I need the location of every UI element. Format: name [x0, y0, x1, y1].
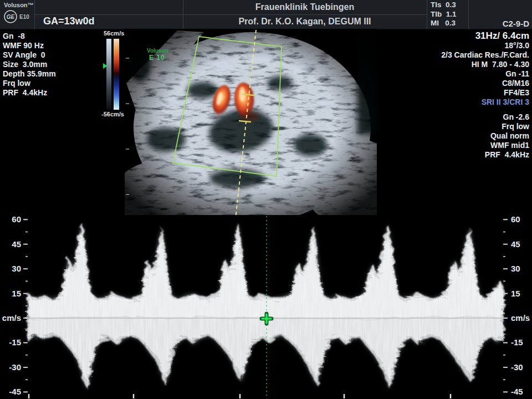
velocity-label-left: -45 [9, 387, 21, 396]
ultrasound-screen: Voluson™ GE E10 GA=13w0d Frauenklinik Tu… [0, 0, 532, 399]
divider [427, 0, 427, 29]
velocity-label-right: -45 [511, 387, 523, 396]
velocity-label-left: 30 [12, 264, 21, 273]
doppler-param-line: Gn -2.6 [441, 112, 529, 122]
image-parameter-panel: 31Hz/ 6.4cm 18°/3.02/3 Cardiac Res./F.Ca… [441, 30, 529, 160]
framerate-depth: 31Hz/ 6.4cm [441, 30, 529, 41]
clinic-name: Frauenklinik Tuebingen [183, 2, 427, 12]
brand-name: Voluson™ [4, 2, 34, 8]
scale-max-label: 56cm/s [104, 30, 124, 37]
velocity-label-left: 60 [12, 215, 21, 224]
image-param-line: 18°/3.0 [441, 41, 529, 50]
pw-param-line: Size 3.0mm [3, 60, 56, 69]
velocity-label-right: 30 [511, 264, 520, 273]
gestational-age: GA=13w0d [43, 16, 95, 27]
velocity-label-right: -30 [511, 362, 523, 372]
watermark-model: E 10 [149, 54, 165, 62]
pw-param-line: Depth 35.9mm [3, 69, 56, 79]
pw-param-line: SV Angle 0 [3, 50, 56, 60]
velocity-label-left: 45 [12, 239, 21, 249]
pw-param-line: WMF 90 Hz [3, 41, 56, 50]
top-bar: Voluson™ GE E10 GA=13w0d Frauenklinik Tu… [0, 0, 532, 30]
bmode-image: Voluson E 10 [125, 29, 377, 216]
velocity-label-right: 45 [511, 239, 520, 249]
ge-logo: GE [3, 9, 18, 24]
spectral-doppler-display: 6060454530301515cm/scm/s-15-15-30-30-45-… [0, 215, 532, 399]
ti-soft-tissue: TIs 0.3 [431, 1, 457, 10]
svg-text:GE: GE [7, 14, 15, 20]
operator-name: Prof. Dr. K.O. Kagan, DEGUM III [183, 17, 427, 27]
brand-model: E10 [19, 14, 29, 20]
velocity-label-left: cm/s [2, 313, 21, 323]
velocity-label-right: cm/s [511, 313, 530, 323]
scale-baseline-arrow-icon[interactable] [103, 63, 108, 69]
scale-min-label: -56cm/s [101, 111, 124, 117]
ti-bone: TIb 1.1 [431, 10, 457, 19]
mechanical-index: MI 0.3 [431, 19, 457, 28]
doppler-param-line: Frq low [441, 122, 529, 131]
velocity-label-right: 60 [511, 215, 520, 224]
gray-scale-bar [106, 39, 111, 110]
brand-block: Voluson™ GE E10 [0, 0, 34, 29]
doppler-param-line: PRF 4.4kHz [441, 150, 529, 160]
sri-cri-setting: SRI II 3/CRI 3 [441, 98, 529, 107]
acoustic-indices: TIs 0.3 TIb 1.1 MI 0.3 [431, 1, 457, 28]
probe-label: C2-9-D [468, 19, 532, 28]
pw-parameter-panel: Gn -8WMF 90 HzSV Angle 0Size 3.0mmDepth … [3, 32, 56, 98]
image-param-line: FF4/E3 [441, 88, 529, 98]
pw-param-line: Frq low [3, 79, 56, 88]
velocity-label-left: -30 [9, 362, 21, 372]
velocity-label-right: 15 [511, 289, 520, 298]
pw-param-line: PRF 4.4kHz [3, 88, 56, 98]
color-doppler-bar [114, 39, 119, 110]
doppler-param-line: Qual norm [441, 131, 529, 141]
doppler-param-line: WMF mid1 [441, 141, 529, 150]
image-param-line: Gn -11 [441, 69, 529, 79]
velocity-label-left: -15 [9, 337, 21, 347]
image-param-line: C8/M16 [441, 79, 529, 88]
image-param-line: HI M 7.80 - 4.30 [441, 60, 529, 69]
divider [34, 14, 427, 15]
watermark-brand: Voluson [147, 48, 168, 54]
pw-param-line: Gn -8 [3, 32, 56, 41]
velocity-label-right: -15 [511, 337, 523, 347]
image-param-line: 2/3 Cardiac Res./F.Card. [441, 50, 529, 60]
velocity-label-left: 15 [12, 289, 21, 298]
